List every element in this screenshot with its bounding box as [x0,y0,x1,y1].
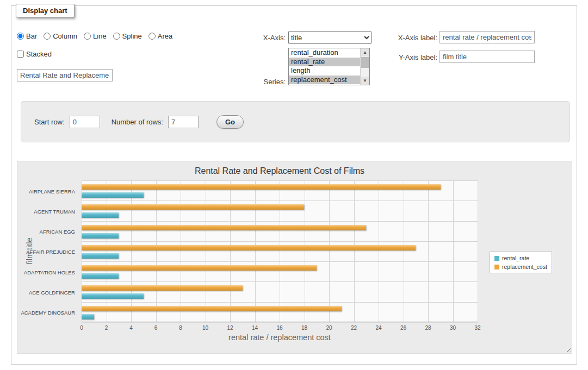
scrollbar-thumb[interactable] [361,57,369,68]
x-axis-select[interactable]: title [288,31,372,44]
x-tick-label: 8 [179,325,182,331]
number-of-rows-label: Number of rows: [112,118,163,126]
category-label: AIRPLANE SIERRA [17,188,75,194]
legend-swatch [494,265,499,269]
gridline [131,180,132,322]
category-label: ADAPTATION HOLES [17,269,75,275]
chart-type-option-bar[interactable]: Bar [17,32,37,40]
gridline [156,180,157,322]
chart-panel: Rental Rate and Replacement Cost of Film… [17,161,572,354]
scroll-up-icon[interactable]: ▲ [361,48,369,57]
column-radio[interactable] [44,33,51,40]
x-tick-label: 32 [474,325,480,331]
bar-rental_rate [82,212,119,218]
bar-replacement_cost [82,265,317,271]
category-label: ACADEMY DINOSAUR [17,310,75,316]
bar-rental_rate [82,314,94,319]
gridline [107,180,107,322]
stacked-checkbox-label: Stacked [26,50,52,58]
series-option[interactable]: replacement_cost [289,76,360,85]
gridline [206,180,206,322]
gridline [82,261,478,262]
gridline [82,241,478,242]
gridline [230,180,231,322]
chart-title-input[interactable] [17,69,113,81]
spline-radio[interactable] [113,33,120,40]
x-tick-label: 4 [129,325,133,331]
x-tick-label: 12 [227,325,233,331]
x-axis-select-label: X-Axis: [231,34,286,42]
gridline [82,302,478,303]
x-tick-label: 14 [252,325,258,331]
start-row-label: Start row: [34,118,65,126]
bar-replacement_cost [82,204,304,210]
x-tick-label: 26 [400,325,406,331]
x-tick-label: 16 [276,325,282,331]
series-listbox-scrollbar[interactable]: ▲ ▼ [360,48,369,85]
series-option[interactable]: length [289,66,360,76]
column-radio-label: Column [53,32,77,40]
y-axis-label-input[interactable] [440,51,535,63]
chart-type-option-line[interactable]: Line [84,32,107,40]
spline-radio-label: Spline [122,32,142,40]
gridline [354,180,355,322]
chart-type-radio-group: Bar Column Line Spline Area [17,32,172,40]
area-radio[interactable] [148,33,156,40]
series-option[interactable]: rental_duration [289,48,360,58]
bar-radio[interactable] [17,33,24,40]
legend-item: rental_rate [494,255,547,261]
gridline [82,180,478,181]
gridline [255,180,256,322]
start-row-input[interactable] [70,116,100,128]
x-tick-label: 24 [375,325,381,331]
series-option[interactable]: rental_rate [289,58,360,67]
area-radio-label: Area [158,32,172,40]
bar-replacement_cost [82,245,416,250]
x-tick-label: 22 [351,325,357,331]
go-button[interactable]: Go [216,115,244,129]
gridline [379,180,379,322]
chart-type-option-spline[interactable]: Spline [113,32,142,40]
stacked-checkbox-row[interactable]: Stacked [17,50,52,58]
bar-rental_rate [82,233,119,239]
bar-rental_rate [82,253,119,259]
stacked-checkbox[interactable] [17,51,24,58]
chart-legend: rental_ratereplacement_cost [490,252,552,273]
bar-rental_rate [82,273,119,279]
x-tick-label: 6 [154,325,158,331]
x-tick-label: 10 [202,325,208,331]
gridline [404,180,404,322]
legend-label: replacement_cost [502,264,547,270]
category-labels: AIRPLANE SIERRAAGENT TRUMANAFRICAN EGGAF… [17,180,78,322]
bar-replacement_cost [82,184,441,190]
x-tick-label: 20 [326,325,332,331]
x-tick-label: 30 [450,325,456,331]
line-radio-label: Line [93,32,107,40]
bar-replacement_cost [82,306,342,311]
bar-rental_rate [82,192,144,198]
x-tick-label: 0 [80,325,83,331]
scroll-down-icon[interactable]: ▼ [361,77,369,85]
series-listbox[interactable]: rental_durationrental_ratelengthreplacem… [288,48,370,85]
gridline [82,200,478,201]
gridline [280,180,280,322]
chart-type-option-area[interactable]: Area [148,32,172,40]
chart-title: Rental Rate and Replacement Cost of Film… [82,166,478,176]
gridline [181,180,181,322]
number-of-rows-input[interactable] [168,116,199,128]
x-tick-labels: 02468101214161820222426283032 [82,325,478,331]
legend-label: rental_rate [502,255,529,261]
bar-replacement_cost [82,225,366,230]
x-axis-label-input[interactable] [440,31,535,43]
chart-type-option-column[interactable]: Column [44,32,77,40]
category-label: ACE GOLDFINGER [17,289,75,295]
gridline [82,180,82,322]
y-axis-label-label: Y-Axis label: [383,53,437,61]
resize-handle-icon[interactable] [565,346,571,352]
category-label: AFFAIR PREJUDICE [17,249,75,255]
series-label: Series: [231,78,286,86]
gridline [453,180,454,322]
category-label: AFRICAN EGG [17,229,75,235]
plot-area [82,180,478,322]
line-radio[interactable] [84,33,91,40]
